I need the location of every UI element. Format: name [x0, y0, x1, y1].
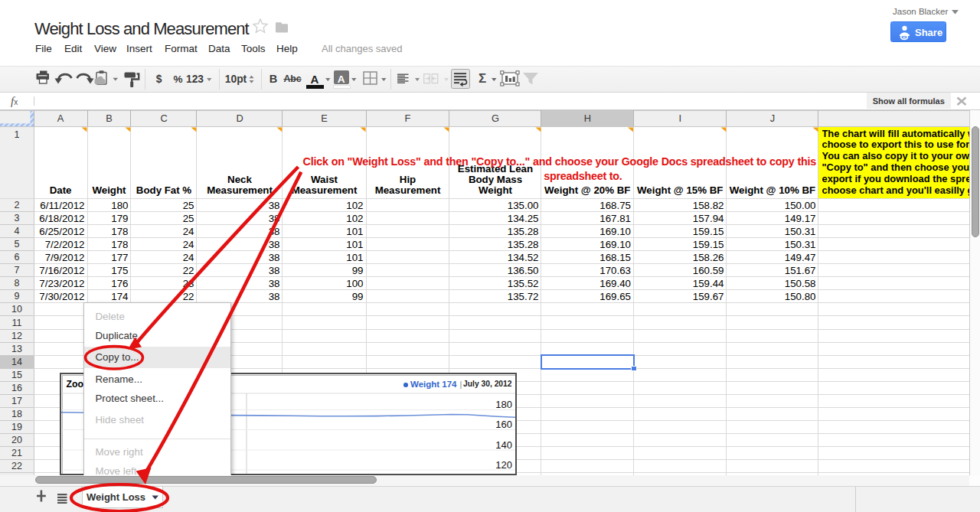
svg-text:Click on "Weight Loss" and the: Click on "Weight Loss" and then "Copy to… [303, 155, 817, 168]
svg-text:spreadsheet to.: spreadsheet to. [544, 170, 622, 182]
